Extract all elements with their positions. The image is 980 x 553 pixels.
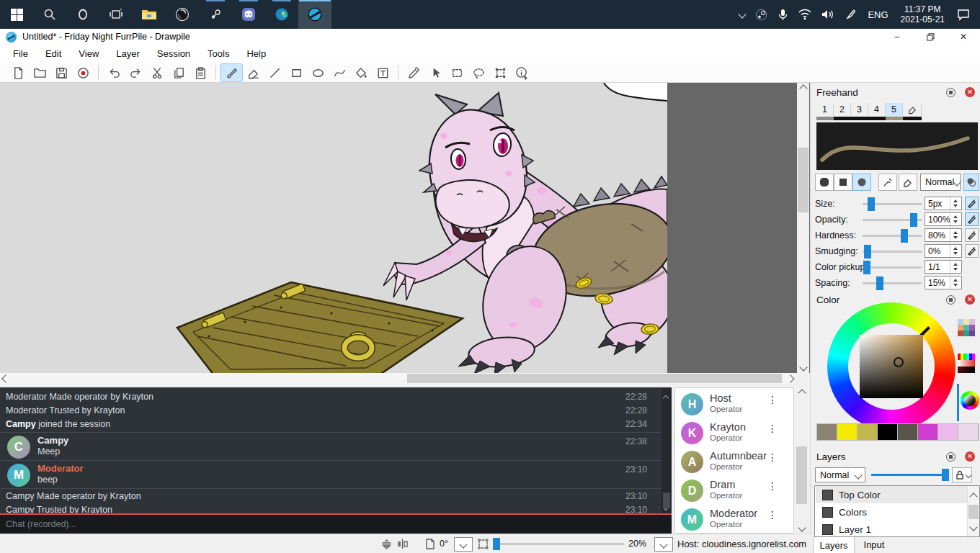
close-button[interactable]: ✕ <box>947 29 980 45</box>
brush-slot-1[interactable]: 1 <box>816 103 834 117</box>
eraser-tool-button[interactable] <box>242 64 264 81</box>
picker-mode-button[interactable] <box>878 174 897 191</box>
pressure-toggle-button[interactable] <box>965 244 979 258</box>
palette-swatch[interactable] <box>938 424 958 440</box>
canvas-artwork[interactable] <box>0 83 667 373</box>
minimize-button[interactable]: – <box>881 29 914 45</box>
inspector-tool-button[interactable] <box>511 64 533 81</box>
blend-mode-dropdown[interactable]: Normal <box>920 174 961 191</box>
palette-swatch[interactable] <box>837 424 858 440</box>
window-titlebar[interactable]: Untitled* - Friday Night FurrPile - Draw… <box>0 29 980 45</box>
panel-close-button[interactable]: ✕ <box>965 295 975 305</box>
tray-steam[interactable] <box>750 0 772 29</box>
rectangle-tool-button[interactable] <box>285 64 307 81</box>
save-button[interactable] <box>50 64 72 81</box>
select-lasso-tool-button[interactable] <box>468 64 489 81</box>
rotation-reset-icon[interactable] <box>424 538 436 553</box>
layer-list[interactable]: Top Color Colors Layer 1 <box>814 485 980 537</box>
color-slider-indicator[interactable] <box>957 384 959 421</box>
undo-button[interactable] <box>103 64 125 81</box>
spinbox-arrows[interactable] <box>950 245 961 257</box>
user-menu-button[interactable]: ⋮ <box>767 509 778 521</box>
open-button[interactable] <box>29 64 50 81</box>
flip-vertical-button[interactable] <box>380 538 393 553</box>
ellipse-tool-button[interactable] <box>307 64 329 81</box>
horizontal-scroll-thumb[interactable] <box>407 374 782 383</box>
color-sliders-button[interactable] <box>958 354 975 373</box>
start-button[interactable] <box>0 0 33 29</box>
taskbar-steam[interactable] <box>199 0 232 29</box>
chat-message-area[interactable]: Moderator Made operator by Krayton22:28 … <box>0 387 672 516</box>
taskbar-edge[interactable] <box>265 0 298 29</box>
panel-float-button[interactable] <box>946 452 956 462</box>
curve-tool-button[interactable] <box>329 64 350 81</box>
setting-spinbox[interactable]: 80% <box>925 228 962 242</box>
setting-spinbox[interactable]: 15% <box>925 276 962 289</box>
incremental-paint-button[interactable] <box>963 174 979 191</box>
spinbox-arrows[interactable] <box>950 276 961 289</box>
menu-edit[interactable]: Edit <box>37 45 70 63</box>
fill-tool-button[interactable] <box>350 64 372 81</box>
scroll-up-arrow[interactable] <box>796 387 808 399</box>
layer-visibility-glyph[interactable] <box>822 507 833 518</box>
setting-slider-track[interactable] <box>863 235 922 237</box>
cut-button[interactable] <box>146 64 168 81</box>
color-harmony-wheel-icon[interactable] <box>961 391 979 410</box>
freehand-tool-button[interactable] <box>220 64 242 81</box>
line-tool-button[interactable] <box>264 64 285 81</box>
task-view-button[interactable] <box>99 0 133 29</box>
fit-canvas-button[interactable] <box>477 538 489 553</box>
taskbar-obs[interactable] <box>166 0 199 29</box>
layer-row[interactable]: Layer 1 <box>816 521 967 537</box>
user-row[interactable]: M Moderator Operator ⋮ <box>675 506 793 534</box>
brush-shape-square-button[interactable] <box>834 174 852 191</box>
setting-slider-track[interactable] <box>863 266 922 269</box>
setting-spinbox[interactable]: 0% <box>925 244 962 258</box>
dock-tab-input[interactable]: Input <box>855 536 893 553</box>
saturation-value-square[interactable] <box>860 335 923 398</box>
layer-opacity-track[interactable] <box>871 474 948 476</box>
palette-swatch[interactable] <box>918 424 938 440</box>
select-rectangle-tool-button[interactable] <box>446 64 468 81</box>
menu-file[interactable]: File <box>4 45 37 63</box>
user-list-scrollbar[interactable] <box>796 387 808 534</box>
user-menu-button[interactable]: ⋮ <box>767 480 778 492</box>
chat-scroll-thumb[interactable] <box>663 493 670 508</box>
user-row[interactable]: K Krayton Operator ⋮ <box>675 420 793 449</box>
brush-slot-3[interactable]: 3 <box>851 103 868 117</box>
scroll-right-arrow[interactable] <box>785 373 796 384</box>
tray-network[interactable] <box>793 0 816 29</box>
setting-spinbox[interactable]: 5px <box>925 197 962 210</box>
user-list[interactable]: H Host Operator ⋮ K Krayton Operator ⋮ A… <box>674 387 794 534</box>
layer-blend-mode-dropdown[interactable]: Normal <box>815 467 865 482</box>
panel-close-button[interactable]: ✕ <box>965 451 975 462</box>
paste-button[interactable] <box>190 64 211 81</box>
action-center-button[interactable] <box>952 0 980 29</box>
transform-tool-button[interactable] <box>489 64 511 81</box>
tray-pen[interactable] <box>839 0 863 29</box>
layer-visibility-glyph[interactable] <box>822 490 833 500</box>
canvas-vertical-scrollbar[interactable] <box>797 83 809 373</box>
dock-tab-layers[interactable]: Layers <box>813 536 855 553</box>
maximize-restore-button[interactable] <box>914 29 947 45</box>
brush-shape-soft-button[interactable] <box>852 174 871 191</box>
copy-button[interactable] <box>168 64 190 81</box>
palette-swatch[interactable] <box>898 424 918 440</box>
pressure-toggle-button[interactable] <box>965 228 979 242</box>
user-menu-button[interactable]: ⋮ <box>767 394 778 405</box>
chat-scrollbar[interactable] <box>662 387 672 516</box>
user-row[interactable]: D Dram Operator ⋮ <box>675 477 793 506</box>
palette-swatch[interactable] <box>858 424 878 440</box>
panel-close-button[interactable]: ✕ <box>965 87 975 97</box>
setting-spinbox[interactable]: 1/1 <box>925 260 962 274</box>
laser-pointer-tool-button[interactable] <box>424 64 446 81</box>
setting-spinbox[interactable]: 100% <box>925 212 962 226</box>
layer-lock-button[interactable] <box>952 467 972 482</box>
vertical-scroll-thumb[interactable] <box>798 148 808 212</box>
eraser-mode-button[interactable] <box>899 174 917 191</box>
zoom-dropdown[interactable] <box>654 537 673 552</box>
zoom-slider-track[interactable] <box>493 543 624 545</box>
setting-slider-track[interactable] <box>863 251 922 253</box>
palette-swatch[interactable] <box>817 424 837 440</box>
scroll-down-arrow[interactable] <box>797 361 809 373</box>
